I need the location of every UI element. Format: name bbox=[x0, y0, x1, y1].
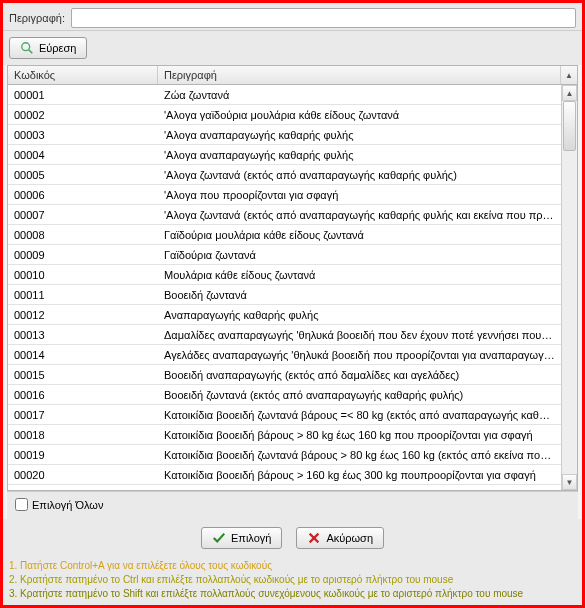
find-button-label: Εύρεση bbox=[39, 42, 76, 54]
cell-desc: Βοοειδή αναπαραγωγής (εκτός από δαμαλίδε… bbox=[158, 369, 561, 381]
cell-desc: Βοοειδή ζωντανά bbox=[158, 289, 561, 301]
table-row[interactable]: 00001Ζώα ζωντανά bbox=[8, 85, 561, 105]
cell-desc: 'Αλογα γαϊδούρια μουλάρια κάθε είδους ζω… bbox=[158, 109, 561, 121]
cell-code: 00015 bbox=[8, 369, 158, 381]
column-header-desc[interactable]: Περιγραφή bbox=[158, 66, 561, 84]
cell-code: 00018 bbox=[8, 429, 158, 441]
cell-desc: 'Αλογα αναπαραγωγής καθαρής φυλής bbox=[158, 149, 561, 161]
sort-up-icon: ▲ bbox=[565, 71, 573, 80]
hint-line-1: 1. Πατήστε Control+A για να επιλέξετε όλ… bbox=[9, 559, 576, 573]
cell-code: 00021 bbox=[8, 489, 158, 491]
cell-code: 00012 bbox=[8, 309, 158, 321]
cell-desc: Γαϊδούρια μουλάρια κάθε είδους ζωντανά bbox=[158, 229, 561, 241]
find-button-row: Εύρεση bbox=[3, 31, 582, 65]
cell-code: 00006 bbox=[8, 189, 158, 201]
hint-line-2: 2. Κρατήστε πατημένο το Ctrl και επιλέξτ… bbox=[9, 573, 576, 587]
table-row[interactable]: 00003'Αλογα αναπαραγωγής καθαρής φυλής bbox=[8, 125, 561, 145]
scroll-up-button[interactable]: ▲ bbox=[562, 85, 577, 101]
table-row[interactable]: 00021Κατοικίδια βοοειδή ζωντανά βάρους >… bbox=[8, 485, 561, 490]
cell-desc: 'Αλογα που προορίζονται για σφαγή bbox=[158, 189, 561, 201]
cell-desc: 'Αλογα ζωντανά (εκτός από αναπαραγωγής κ… bbox=[158, 209, 561, 221]
search-area: Περιγραφή: bbox=[3, 3, 582, 31]
cell-code: 00001 bbox=[8, 89, 158, 101]
table-row[interactable]: 00012Αναπαραγωγής καθαρής φυλής bbox=[8, 305, 561, 325]
cell-desc: Κατοικίδια βοοειδή ζωντανά βάρους > 160 … bbox=[158, 489, 561, 491]
table-row[interactable]: 00006'Αλογα που προορίζονται για σφαγή bbox=[8, 185, 561, 205]
cell-desc: Κατοικίδια βοοειδή βάρους > 80 kg έως 16… bbox=[158, 429, 561, 441]
table-row[interactable]: 00016Βοοειδή ζωντανά (εκτός από αναπαραγ… bbox=[8, 385, 561, 405]
check-icon bbox=[212, 531, 226, 545]
svg-line-1 bbox=[29, 50, 33, 54]
cell-desc: Κατοικίδια βοοειδή βάρους > 160 kg έως 3… bbox=[158, 469, 561, 481]
table-row[interactable]: 00009Γαϊδούρια ζωντανά bbox=[8, 245, 561, 265]
scroll-down-button[interactable]: ▼ bbox=[562, 474, 577, 490]
column-header-scroll: ▲ bbox=[561, 66, 577, 84]
cell-code: 00003 bbox=[8, 129, 158, 141]
cancel-icon bbox=[307, 531, 321, 545]
find-button[interactable]: Εύρεση bbox=[9, 37, 87, 59]
table-row[interactable]: 00015Βοοειδή αναπαραγωγής (εκτός από δαμ… bbox=[8, 365, 561, 385]
table-row[interactable]: 00005'Αλογα ζωντανά (εκτός από αναπαραγω… bbox=[8, 165, 561, 185]
cell-desc: Κατοικίδια βοοειδή ζωντανά βάρους =< 80 … bbox=[158, 409, 561, 421]
table-row[interactable]: 00013Δαμαλίδες αναπαραγωγής 'θηλυκά βοοε… bbox=[8, 325, 561, 345]
hints: 1. Πατήστε Control+A για να επιλέξετε όλ… bbox=[3, 555, 582, 605]
cell-desc: Αγελάδες αναπαραγωγής 'θηλυκά βοοειδή πο… bbox=[158, 349, 561, 361]
grid-body: 00001Ζώα ζωντανά00002'Αλογα γαϊδούρια μο… bbox=[8, 85, 577, 490]
cell-desc: Ζώα ζωντανά bbox=[158, 89, 561, 101]
select-all-bar: Επιλογή Όλων bbox=[7, 491, 578, 519]
vertical-scrollbar[interactable]: ▲ ▼ bbox=[561, 85, 577, 490]
hint-line-3: 3. Κρατήστε πατημένο το Shift και επιλέξ… bbox=[9, 587, 576, 601]
search-row: Περιγραφή: bbox=[9, 8, 576, 28]
select-all-checkbox-input[interactable] bbox=[15, 498, 28, 511]
cell-code: 00004 bbox=[8, 149, 158, 161]
search-label: Περιγραφή: bbox=[9, 10, 65, 26]
table-row[interactable]: 00008Γαϊδούρια μουλάρια κάθε είδους ζωντ… bbox=[8, 225, 561, 245]
cell-desc: Γαϊδούρια ζωντανά bbox=[158, 249, 561, 261]
cell-desc: 'Αλογα αναπαραγωγής καθαρής φυλής bbox=[158, 129, 561, 141]
cell-desc: Αναπαραγωγής καθαρής φυλής bbox=[158, 309, 561, 321]
table-row[interactable]: 00017Κατοικίδια βοοειδή ζωντανά βάρους =… bbox=[8, 405, 561, 425]
table-row[interactable]: 00014Αγελάδες αναπαραγωγής 'θηλυκά βοοει… bbox=[8, 345, 561, 365]
cell-desc: Μουλάρια κάθε είδους ζωντανά bbox=[158, 269, 561, 281]
grid-header: Κωδικός Περιγραφή ▲ bbox=[8, 66, 577, 85]
cell-desc: Βοοειδή ζωντανά (εκτός από αναπαραγωγής … bbox=[158, 389, 561, 401]
svg-point-0 bbox=[22, 43, 30, 51]
ok-button[interactable]: Επιλογή bbox=[201, 527, 282, 549]
grid-rows: 00001Ζώα ζωντανά00002'Αλογα γαϊδούρια μο… bbox=[8, 85, 561, 490]
table-row[interactable]: 00020Κατοικίδια βοοειδή βάρους > 160 kg … bbox=[8, 465, 561, 485]
cell-desc: Κατοικίδια βοοειδή ζωντανά βάρους > 80 k… bbox=[158, 449, 561, 461]
table-row[interactable]: 00002'Αλογα γαϊδούρια μουλάρια κάθε είδο… bbox=[8, 105, 561, 125]
cell-code: 00017 bbox=[8, 409, 158, 421]
cancel-button-label: Ακύρωση bbox=[326, 532, 373, 544]
cell-code: 00002 bbox=[8, 109, 158, 121]
cell-desc: Δαμαλίδες αναπαραγωγής 'θηλυκά βοοειδή π… bbox=[158, 329, 561, 341]
scroll-track[interactable] bbox=[562, 101, 577, 474]
column-header-code[interactable]: Κωδικός bbox=[8, 66, 158, 84]
scroll-thumb[interactable] bbox=[563, 101, 576, 151]
select-all-checkbox[interactable]: Επιλογή Όλων bbox=[15, 498, 103, 511]
cell-code: 00007 bbox=[8, 209, 158, 221]
select-all-label: Επιλογή Όλων bbox=[32, 499, 103, 511]
table-row[interactable]: 00010Μουλάρια κάθε είδους ζωντανά bbox=[8, 265, 561, 285]
cell-code: 00016 bbox=[8, 389, 158, 401]
chevron-up-icon: ▲ bbox=[566, 89, 574, 98]
dialog-frame: Περιγραφή: Εύρεση Κωδικός Περιγραφή ▲ 00… bbox=[0, 0, 585, 608]
cell-code: 00009 bbox=[8, 249, 158, 261]
cell-code: 00008 bbox=[8, 229, 158, 241]
cell-code: 00013 bbox=[8, 329, 158, 341]
table-row[interactable]: 00007'Αλογα ζωντανά (εκτός από αναπαραγω… bbox=[8, 205, 561, 225]
cell-desc: 'Αλογα ζωντανά (εκτός από αναπαραγωγής κ… bbox=[158, 169, 561, 181]
cell-code: 00011 bbox=[8, 289, 158, 301]
cell-code: 00019 bbox=[8, 449, 158, 461]
table-row[interactable]: 00011Βοοειδή ζωντανά bbox=[8, 285, 561, 305]
table-row[interactable]: 00018Κατοικίδια βοοειδή βάρους > 80 kg έ… bbox=[8, 425, 561, 445]
cell-code: 00020 bbox=[8, 469, 158, 481]
cancel-button[interactable]: Ακύρωση bbox=[296, 527, 384, 549]
table-row[interactable]: 00019Κατοικίδια βοοειδή ζωντανά βάρους >… bbox=[8, 445, 561, 465]
cell-code: 00005 bbox=[8, 169, 158, 181]
search-input[interactable] bbox=[71, 8, 576, 28]
cell-code: 00014 bbox=[8, 349, 158, 361]
search-icon bbox=[20, 41, 34, 55]
table-row[interactable]: 00004'Αλογα αναπαραγωγής καθαρής φυλής bbox=[8, 145, 561, 165]
grid: Κωδικός Περιγραφή ▲ 00001Ζώα ζωντανά0000… bbox=[7, 65, 578, 491]
